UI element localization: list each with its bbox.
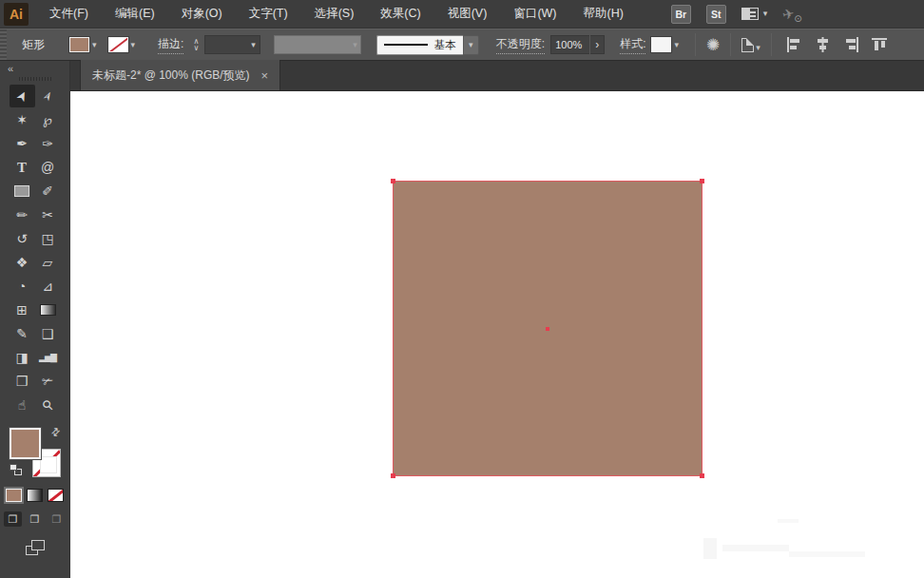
symbol-sprayer-tool[interactable]: ◨ (10, 346, 35, 369)
fill-color-control[interactable]: ▾ (69, 37, 97, 52)
curvature-tool[interactable]: ✑ (35, 132, 61, 155)
menu-file[interactable]: 文件(F) (36, 0, 102, 28)
draw-inside-button[interactable]: ❐ (48, 511, 66, 527)
tab-close-icon[interactable]: × (261, 69, 269, 82)
fill-indicator[interactable] (10, 428, 41, 459)
anchor-point[interactable] (391, 473, 395, 478)
opacity-input[interactable] (551, 39, 589, 50)
stroke-weight-stepper[interactable]: ∧ ∨ (193, 38, 199, 51)
stepper-down-icon[interactable]: ∨ (193, 45, 199, 51)
stroke-weight-input[interactable] (205, 39, 247, 50)
anchor-point[interactable] (391, 179, 395, 183)
brush-definition-dropdown[interactable]: 基本 ▾ (376, 35, 479, 55)
collapse-panel-button[interactable]: « (0, 61, 69, 75)
opacity-label[interactable]: 不透明度: (496, 36, 545, 54)
hand-tool[interactable]: ☝ (10, 394, 35, 416)
illustrator-window: Ai 文件(F)编辑(E)对象(O)文字(T)选择(S)效果(C)视图(V)窗口… (0, 0, 924, 578)
bridge-button[interactable]: Br (671, 5, 691, 24)
scale-tool[interactable]: ◳ (35, 227, 61, 250)
pencil-tool[interactable]: ✏ (10, 203, 35, 226)
type-tool[interactable]: T (10, 156, 35, 179)
opacity-expand-button[interactable]: › (589, 35, 604, 54)
shape-builder-tool[interactable]: ◔ (10, 275, 35, 298)
direct-selection-tool[interactable]: ➢ (35, 85, 61, 107)
document-tab[interactable]: 未标题-2* @ 100% (RGB/预览) × (80, 60, 280, 90)
chevron-down-icon[interactable]: ▾ (92, 41, 97, 49)
draw-normal-button[interactable]: ❐ (4, 511, 22, 527)
swap-fill-stroke-icon[interactable]: ⇄ (48, 425, 64, 440)
chevron-down-icon[interactable]: ▾ (247, 41, 260, 49)
scissors-tool[interactable]: ✂ (35, 203, 61, 226)
stroke-weight-dropdown[interactable]: ▾ (204, 35, 260, 54)
document-setup-button[interactable]: ▾ (741, 38, 760, 52)
draw-behind-button[interactable]: ❐ (26, 511, 44, 527)
zoom-tool[interactable]: ⚲ (35, 394, 61, 416)
spiral-line-tool[interactable]: @ (35, 156, 61, 179)
lasso-tool-icon: ℘ (43, 113, 52, 126)
width-tool[interactable]: ❖ (10, 251, 35, 274)
blend-tool-icon: ❑ (42, 327, 54, 340)
slice-tool[interactable]: ✃ (35, 370, 61, 393)
panel-grip-handle[interactable] (19, 77, 51, 81)
align-center-button[interactable] (815, 37, 831, 52)
sync-settings-icon[interactable]: ✈ (781, 4, 797, 23)
blend-tool[interactable]: ❑ (35, 322, 61, 345)
free-transform-tool[interactable]: ▱ (35, 251, 61, 274)
stroke-color-control[interactable]: ▾ (108, 37, 136, 52)
selection-tool[interactable]: ➤ (10, 85, 35, 107)
magic-wand-tool[interactable]: ✶ (10, 108, 35, 131)
panel-grip-handle[interactable] (0, 29, 7, 60)
change-screen-mode-button[interactable] (26, 540, 45, 555)
anchor-point[interactable] (700, 179, 704, 183)
mesh-tool[interactable]: ⊞ (10, 299, 35, 321)
menu-window[interactable]: 窗口(W) (500, 0, 569, 28)
menu-help[interactable]: 帮助(H) (570, 0, 637, 28)
menu-effect[interactable]: 效果(C) (367, 0, 433, 28)
column-graph-tool-icon: ▂▅▇ (39, 354, 56, 362)
pen-tool[interactable]: ✒ (10, 132, 35, 155)
workspace-switcher[interactable]: ▾ (741, 8, 768, 20)
stroke-none-swatch[interactable] (108, 37, 128, 52)
align-right-button[interactable] (843, 37, 859, 52)
default-fill-stroke-icon[interactable] (10, 464, 22, 475)
drawn-rectangle[interactable] (393, 181, 703, 476)
stroke-weight-label[interactable]: 描边: (158, 36, 183, 54)
paintbrush-tool[interactable]: ✐ (35, 180, 61, 202)
menu-select[interactable]: 选择(S) (301, 0, 368, 28)
menu-view[interactable]: 视图(V) (434, 0, 501, 28)
anchor-point[interactable] (700, 473, 704, 478)
opacity-control[interactable]: › (550, 35, 605, 54)
artboard-tool[interactable]: ❒ (10, 370, 35, 393)
fill-color-swatch[interactable] (69, 37, 89, 52)
chevron-down-icon[interactable]: ▾ (674, 41, 679, 49)
eyedropper-tool[interactable]: ✎ (10, 322, 35, 345)
canvas[interactable] (70, 91, 924, 578)
align-top-button[interactable] (872, 37, 888, 52)
style-swatch[interactable] (651, 37, 671, 52)
column-graph-tool[interactable]: ▂▅▇ (35, 346, 61, 369)
rotate-tool[interactable]: ↺ (10, 227, 35, 250)
gradient-tool[interactable] (35, 299, 61, 321)
menu-type[interactable]: 文字(T) (236, 0, 301, 28)
perspective-grid-tool[interactable]: ⊿ (35, 275, 61, 298)
color-button[interactable] (6, 489, 22, 502)
zoom-tool-icon: ⚲ (39, 396, 55, 413)
document-tab-bar: 未标题-2* @ 100% (RGB/预览) × (70, 61, 924, 91)
lasso-tool[interactable]: ℘ (35, 108, 61, 131)
style-label[interactable]: 样式: (620, 36, 645, 54)
type-tool-icon: T (17, 161, 27, 175)
rectangle-tool[interactable] (10, 180, 35, 202)
gradient-button[interactable] (27, 489, 43, 502)
style-control[interactable]: ▾ (651, 37, 679, 52)
align-left-button[interactable] (786, 37, 802, 52)
recolor-artwork-button[interactable]: ✺ (706, 37, 720, 53)
brush-preview[interactable]: 基本 (376, 35, 463, 55)
none-button[interactable] (48, 489, 64, 502)
brush-dropdown-button[interactable]: ▾ (463, 35, 479, 55)
chevron-down-icon[interactable]: ▾ (131, 41, 136, 49)
stock-button[interactable]: St (706, 5, 726, 24)
menubar-items: 文件(F)编辑(E)对象(O)文字(T)选择(S)效果(C)视图(V)窗口(W)… (36, 0, 637, 28)
pen-tool-icon: ✒ (16, 137, 28, 150)
menu-object[interactable]: 对象(O) (168, 0, 236, 28)
menu-edit[interactable]: 编辑(E) (102, 0, 168, 28)
